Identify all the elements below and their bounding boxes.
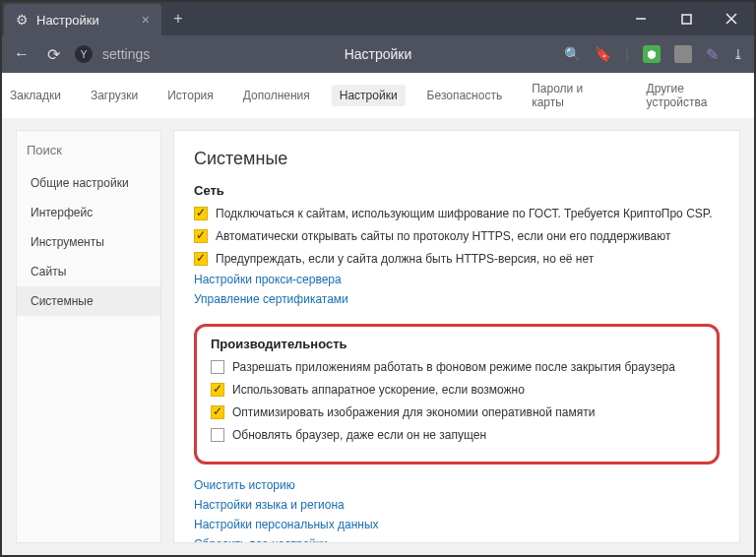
checkbox-label: Использовать аппаратное ускорение, если … [232, 382, 525, 399]
checkbox-row: Оптимизировать изображения для экономии … [211, 404, 703, 421]
checkbox-label: Обновлять браузер, даже если он не запущ… [232, 427, 486, 444]
sidebar-item[interactable]: Сайты [17, 257, 160, 286]
content-heading: Системные [194, 149, 720, 169]
settings-link[interactable]: Настройки языка и региона [194, 498, 720, 512]
back-button[interactable]: ← [12, 45, 32, 63]
sidebar-item[interactable]: Инструменты [17, 227, 160, 257]
sidebar-item[interactable]: Общие настройки [17, 168, 160, 198]
checkbox-row: Предупреждать, если у сайта должна быть … [194, 251, 720, 268]
topnav-item[interactable]: История [159, 85, 221, 106]
checkbox-row: Использовать аппаратное ускорение, если … [211, 382, 703, 399]
settings-link[interactable]: Управление сертификатами [194, 292, 720, 306]
sidebar-item[interactable]: Интерфейс [17, 198, 160, 227]
titlebar: ⚙ Настройки × + [2, 2, 754, 35]
downloads-icon[interactable]: ⤓ [732, 46, 744, 62]
checkbox[interactable] [211, 428, 224, 442]
checkbox-label: Подключаться к сайтам, использующим шифр… [216, 206, 713, 222]
performance-section: Производительность Разрешать приложениям… [194, 324, 720, 464]
settings-topnav: ЗакладкиЗагрузкиИсторияДополненияНастрой… [2, 73, 754, 118]
checkbox-label: Предупреждать, если у сайта должна быть … [216, 251, 594, 268]
topnav-item[interactable]: Настройки [332, 85, 406, 106]
bookmark-icon[interactable]: 🔖 [595, 46, 611, 62]
tab-close-icon[interactable]: × [142, 12, 150, 28]
checkbox[interactable] [211, 405, 224, 419]
url-area[interactable]: Y settings [75, 45, 552, 63]
checkbox[interactable] [194, 229, 208, 243]
settings-link[interactable]: Настройки персональных данных [194, 518, 720, 531]
checkbox[interactable] [211, 383, 224, 397]
settings-sidebar: Общие настройкиИнтерфейсИнструментыСайты… [16, 130, 161, 543]
search-input[interactable] [27, 143, 151, 157]
checkbox-row: Подключаться к сайтам, использующим шифр… [194, 206, 720, 222]
checkbox[interactable] [194, 252, 208, 266]
checkbox-row: Обновлять браузер, даже если он не запущ… [211, 427, 703, 444]
topnav-item[interactable]: Загрузки [83, 85, 146, 106]
topnav-item[interactable]: Пароли и карты [524, 78, 624, 113]
address-bar: ← ⟳ Y settings Настройки 🔍 🔖 | ✎ ⤓ [2, 35, 754, 73]
toolbar-icons: 🔍 🔖 | ✎ ⤓ [564, 45, 744, 64]
svg-rect-1 [682, 15, 691, 24]
checkbox[interactable] [211, 360, 224, 374]
profile-icon[interactable] [674, 45, 692, 63]
minimize-button[interactable] [618, 2, 663, 35]
checkbox-row: Автоматически открывать сайты по протоко… [194, 228, 720, 245]
checkbox-label: Оптимизировать изображения для экономии … [232, 404, 595, 421]
settings-link[interactable]: Сбросить все настройки [194, 537, 720, 543]
site-icon: Y [75, 45, 93, 63]
topnav-item[interactable]: Дополнения [235, 85, 318, 106]
network-heading: Сеть [194, 183, 720, 198]
tab-title: Настройки [36, 13, 134, 28]
url-text: settings [102, 46, 150, 62]
settings-link[interactable]: Очистить историю [194, 478, 720, 492]
checkbox-label: Автоматически открывать сайты по протоко… [216, 228, 670, 245]
gear-icon: ⚙ [16, 12, 29, 28]
protect-icon[interactable] [643, 45, 661, 63]
topnav-item[interactable]: Другие устройства [639, 78, 754, 113]
page-title: Настройки [345, 46, 412, 62]
menu-separator: | [625, 46, 629, 62]
main-area: Общие настройкиИнтерфейсИнструментыСайты… [2, 118, 754, 555]
feather-icon[interactable]: ✎ [706, 45, 719, 64]
new-tab-button[interactable]: + [161, 2, 195, 35]
close-button[interactable] [709, 2, 754, 35]
sidebar-search [17, 131, 160, 168]
window-controls [618, 2, 754, 35]
topnav-item[interactable]: Безопасность [419, 85, 511, 106]
search-icon[interactable]: 🔍 [564, 46, 581, 62]
bottom-links: Очистить историюНастройки языка и регион… [194, 478, 720, 543]
topnav-item[interactable]: Закладки [2, 85, 69, 106]
checkbox[interactable] [194, 207, 208, 220]
performance-heading: Производительность [211, 337, 703, 351]
reload-button[interactable]: ⟳ [43, 45, 63, 64]
browser-tab[interactable]: ⚙ Настройки × [4, 4, 161, 35]
checkbox-label: Разрешать приложениям работать в фоновом… [232, 359, 675, 376]
sidebar-item[interactable]: Системные [17, 286, 160, 316]
settings-link[interactable]: Настройки прокси-сервера [194, 273, 720, 286]
maximize-button[interactable] [663, 2, 709, 35]
settings-content: Системные Сеть Подключаться к сайтам, ис… [173, 130, 740, 543]
checkbox-row: Разрешать приложениям работать в фоновом… [211, 359, 703, 376]
